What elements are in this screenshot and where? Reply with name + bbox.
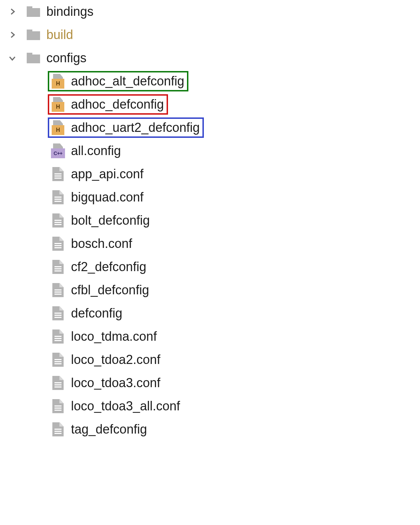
header-file-icon: H [49,74,67,89]
conf-file-icon [49,353,67,367]
folder-icon [25,53,42,63]
file-label: cfbl_defconfig [70,283,149,297]
conf-file-icon [49,167,67,181]
tree-file[interactable]: defconfig [0,302,420,325]
conf-file-icon [49,260,67,274]
file-label: adhoc_alt_defconfig [70,74,184,89]
chevron-right-icon[interactable] [0,30,25,39]
file-label: defconfig [70,306,122,321]
file-label: loco_tdoa2.conf [70,352,160,367]
tree-file[interactable]: H adhoc_defconfig [0,93,420,116]
conf-file-icon [49,399,67,413]
file-label: bigquad.conf [70,190,143,205]
file-tree: bindings build configs H adhoc_alt_defco… [0,0,420,441]
tree-file[interactable]: tag_defconfig [0,418,420,441]
tree-file[interactable]: cf2_defconfig [0,255,420,278]
tree-folder-bindings[interactable]: bindings [0,0,420,23]
folder-label: bindings [46,4,93,19]
highlight-annotation-green: H adhoc_alt_defconfig [48,71,188,91]
conf-file-icon [49,306,67,320]
folder-icon [25,30,42,40]
tree-file[interactable]: cfbl_defconfig [0,278,420,302]
cpp-file-icon: C++ [49,143,67,158]
tree-file[interactable]: loco_tdoa3_all.conf [0,395,420,418]
tree-file[interactable]: loco_tdoa3.conf [0,371,420,395]
file-label: loco_tdoa3_all.conf [70,399,180,414]
highlight-annotation-red: H adhoc_defconfig [48,94,168,115]
conf-file-icon [49,376,67,390]
file-label: adhoc_uart2_defconfig [70,120,200,135]
file-label: all.config [70,143,121,158]
tree-file[interactable]: C++ all.config [0,139,420,162]
file-label: cf2_defconfig [70,260,146,274]
file-label: adhoc_defconfig [70,97,164,112]
conf-file-icon [49,213,67,228]
tree-folder-configs[interactable]: configs [0,46,420,70]
highlight-annotation-blue: H adhoc_uart2_defconfig [48,117,204,138]
tree-file[interactable]: loco_tdoa2.conf [0,348,420,371]
file-label: app_api.conf [70,167,143,181]
tree-file[interactable]: bigquad.conf [0,186,420,209]
file-label: bosch.conf [70,236,132,251]
conf-file-icon [49,283,67,297]
conf-file-icon [49,422,67,436]
tree-folder-build[interactable]: build [0,23,420,46]
tree-file[interactable]: bosch.conf [0,232,420,255]
conf-file-icon [49,237,67,251]
chevron-down-icon[interactable] [0,53,25,63]
tree-file[interactable]: loco_tdma.conf [0,325,420,348]
file-label: loco_tdoa3.conf [70,376,160,390]
conf-file-icon [49,190,67,204]
file-label: tag_defconfig [70,422,147,437]
header-file-icon: H [49,120,67,135]
tree-file[interactable]: H adhoc_alt_defconfig [0,70,420,93]
folder-icon [25,6,42,17]
file-label: bolt_defconfig [70,213,150,228]
file-label: loco_tdma.conf [70,329,157,344]
chevron-right-icon[interactable] [0,7,25,16]
tree-file[interactable]: bolt_defconfig [0,209,420,232]
folder-label: configs [46,51,86,65]
tree-file[interactable]: H adhoc_uart2_defconfig [0,116,420,139]
conf-file-icon [49,329,67,344]
folder-label: build [46,27,73,42]
tree-file[interactable]: app_api.conf [0,162,420,186]
header-file-icon: H [49,97,67,112]
